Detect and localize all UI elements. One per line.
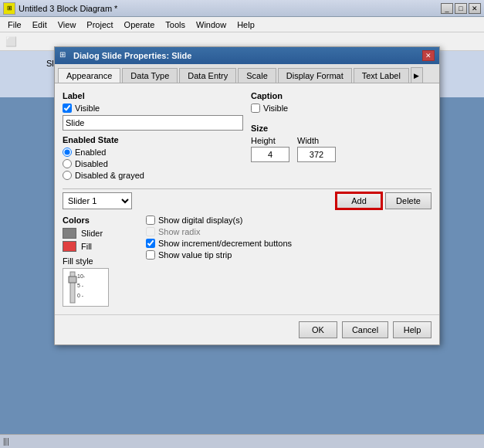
tab-text-label[interactable]: Text Label <box>354 68 409 83</box>
show-digital-display-label: Show digital display(s) <box>158 216 242 225</box>
divider-1 <box>63 188 432 189</box>
help-button[interactable]: Help <box>393 321 432 338</box>
show-value-tip-strip-label: Show value tip strip <box>158 250 232 260</box>
colors-header: Colors <box>63 216 132 225</box>
height-label: Height <box>251 136 289 145</box>
fill-color-row: Fill <box>63 241 132 252</box>
svg-rect-4 <box>69 277 76 283</box>
menu-operate[interactable]: Operate <box>120 19 160 31</box>
disabled-grayed-label: Disabled & grayed <box>75 171 144 180</box>
width-field: Width <box>297 136 336 162</box>
show-value-tip-row: Show value tip strip <box>146 250 432 260</box>
menu-help[interactable]: Help <box>232 19 259 31</box>
dialog-body: Label Visible Enabled State Enabled <box>55 83 439 314</box>
toolbar-icon-1[interactable]: ⬜ <box>3 34 19 49</box>
disabled-label: Disabled <box>75 159 108 168</box>
slider-color-swatch[interactable] <box>63 228 76 239</box>
show-digital-display-checkbox[interactable] <box>146 216 155 225</box>
slider-select[interactable]: Slider 1 <box>63 192 132 209</box>
disabled-grayed-radio[interactable] <box>63 171 72 180</box>
titlebar-buttons: _ □ ✕ <box>441 3 481 14</box>
show-radix-label: Show radix <box>158 227 200 236</box>
fill-style-preview[interactable]: 10- 5 - 0 - <box>63 268 109 307</box>
show-value-tip-strip-checkbox[interactable] <box>146 250 155 260</box>
caption-section-header: Caption <box>251 91 432 100</box>
enabled-state-header: Enabled State <box>63 135 243 144</box>
enabled-state-section: Enabled State Enabled Disabled Disabled … <box>63 135 243 180</box>
enabled-radio-row: Enabled <box>63 148 243 157</box>
slider-color-row: Slider <box>63 228 132 239</box>
menu-tools[interactable]: Tools <box>161 19 190 31</box>
menu-project[interactable]: Project <box>82 19 117 31</box>
outer-titlebar: ⊞ Untitled 3 Block Diagram * _ □ ✕ <box>0 0 484 17</box>
left-column: Label Visible Enabled State Enabled <box>63 91 243 182</box>
right-checkboxes: Show digital display(s) Show radix Show … <box>146 216 432 307</box>
enabled-label: Enabled <box>75 148 106 157</box>
status-bar: ||| <box>0 434 484 448</box>
label-visible-checkbox[interactable] <box>63 104 72 113</box>
disabled-grayed-radio-row: Disabled & grayed <box>63 171 243 180</box>
status-text: ||| <box>3 437 9 446</box>
fill-color-swatch[interactable] <box>63 241 76 252</box>
menu-edit[interactable]: Edit <box>28 19 52 31</box>
colors-section: Colors Slider Fill Fill style <box>63 216 132 307</box>
show-increment-decrement-row: Show increment/decrement buttons <box>146 239 432 248</box>
tab-data-type[interactable]: Data Type <box>122 68 178 83</box>
caption-visible-row: Visible <box>251 104 432 113</box>
size-section-header: Size <box>251 124 432 133</box>
minimize-button[interactable]: _ <box>441 3 453 14</box>
label-text-input[interactable] <box>63 115 243 131</box>
menubar: File Edit View Project Operate Tools Win… <box>0 17 484 32</box>
slider-color-label: Slider <box>81 229 103 238</box>
ok-button[interactable]: OK <box>299 321 337 338</box>
tab-scroll-arrow[interactable]: ▶ <box>411 67 423 83</box>
tab-scale[interactable]: Scale <box>238 68 276 83</box>
dialog-footer: OK Cancel Help <box>55 314 439 344</box>
label-visible-label: Visible <box>75 104 100 113</box>
menu-window[interactable]: Window <box>191 19 231 31</box>
show-increment-decrement-checkbox[interactable] <box>146 239 155 248</box>
add-button[interactable]: Add <box>336 192 382 209</box>
fill-style-label: Fill style <box>63 256 132 266</box>
caption-visible-label: Visible <box>263 104 288 113</box>
show-radix-row: Show radix <box>146 227 432 236</box>
label-section-header: Label <box>63 91 243 100</box>
tab-appearance[interactable]: Appearance <box>58 68 120 83</box>
width-input[interactable] <box>297 147 336 162</box>
app-title: Untitled 3 Block Diagram * <box>19 4 441 13</box>
menu-view[interactable]: View <box>53 19 81 31</box>
svg-text:10-: 10- <box>77 273 86 279</box>
dialog-close-button[interactable]: ✕ <box>422 50 435 61</box>
size-row: Height Width <box>251 136 432 162</box>
enabled-radio[interactable] <box>63 148 72 157</box>
height-field: Height <box>251 136 289 162</box>
caption-visible-checkbox[interactable] <box>251 104 260 113</box>
show-radix-checkbox[interactable] <box>146 227 155 236</box>
close-button[interactable]: ✕ <box>469 3 481 14</box>
slider-controls-row: Slider 1 Add Delete <box>63 192 432 209</box>
menu-file[interactable]: File <box>3 19 26 31</box>
maximize-button[interactable]: □ <box>455 3 467 14</box>
label-visible-row: Visible <box>63 104 243 113</box>
cancel-button[interactable]: Cancel <box>342 321 388 338</box>
height-input[interactable] <box>251 147 289 162</box>
svg-text:5 -: 5 - <box>77 283 84 288</box>
delete-button[interactable]: Delete <box>385 192 432 209</box>
tab-data-entry[interactable]: Data Entry <box>179 68 236 83</box>
add-delete-group: Add Delete <box>336 192 432 209</box>
dialog-icon: ⊞ <box>59 50 70 61</box>
dialog: ⊞ Dialog Slide Properties: Slide ✕ Appea… <box>54 46 440 345</box>
svg-text:0 -: 0 - <box>77 293 84 298</box>
dialog-titlebar: ⊞ Dialog Slide Properties: Slide ✕ <box>55 47 439 64</box>
bottom-section: Colors Slider Fill Fill style <box>63 216 432 307</box>
tab-display-format[interactable]: Display Format <box>278 68 352 83</box>
app-icon: ⊞ <box>3 2 15 15</box>
disabled-radio-row: Disabled <box>63 159 243 168</box>
disabled-radio[interactable] <box>63 159 72 168</box>
top-section: Label Visible Enabled State Enabled <box>63 91 432 182</box>
show-increment-decrement-label: Show increment/decrement buttons <box>158 239 292 248</box>
slider-select-wrapper: Slider 1 <box>63 192 132 209</box>
tabs-container: Appearance Data Type Data Entry Scale Di… <box>55 64 439 83</box>
fill-color-label: Fill <box>81 242 92 251</box>
right-column: Caption Visible Size Height Width <box>251 91 432 182</box>
